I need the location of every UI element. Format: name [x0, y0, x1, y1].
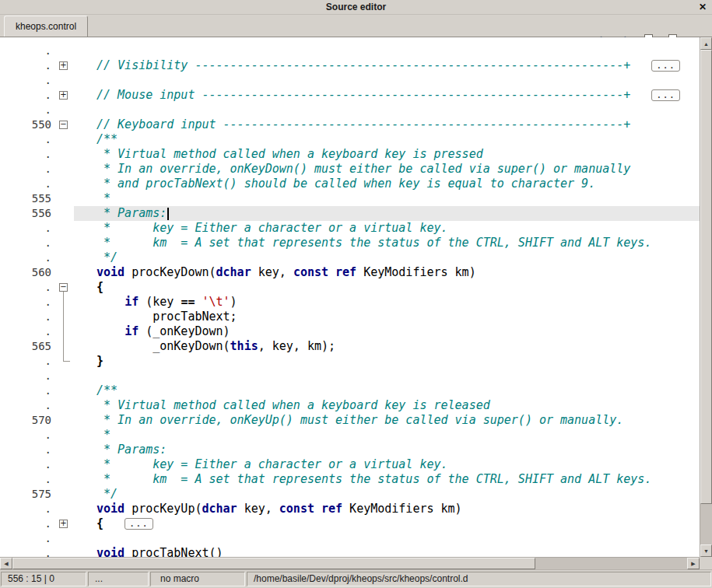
- scroll-up-button[interactable]: ▲: [700, 37, 712, 50]
- close-icon[interactable]: ✕: [699, 0, 707, 15]
- fold-column: [54, 295, 74, 310]
- code-line[interactable]: . procTabNext;: [0, 310, 700, 324]
- code-line[interactable]: .void procTabNext(): [0, 546, 700, 557]
- fold-column: [54, 310, 74, 324]
- fold-column: [54, 324, 74, 339]
- code-line[interactable]: .void procKeyUp(dchar key, const ref Key…: [0, 502, 700, 516]
- code-line[interactable]: ./**: [0, 132, 700, 147]
- line-number: .: [0, 310, 54, 324]
- code-line[interactable]: .+// Mouse input -----------------------…: [0, 88, 700, 103]
- code-line[interactable]: . * Virtual method called when a keyboar…: [0, 398, 700, 413]
- code-line[interactable]: . if (key == '\t'): [0, 295, 700, 310]
- line-number: .: [0, 428, 54, 443]
- line-number: .: [0, 354, 54, 369]
- code-line[interactable]: .: [0, 369, 700, 383]
- line-number: 575: [0, 487, 54, 502]
- line-number: 556: [0, 206, 54, 221]
- code-line[interactable]: 575 */: [0, 487, 700, 502]
- code-text: {...: [74, 516, 700, 531]
- code-line[interactable]: . if (_onKeyDown): [0, 324, 700, 339]
- code-text: [74, 73, 700, 88]
- code-text: void procTabNext(): [74, 546, 700, 557]
- line-number: .: [0, 546, 54, 557]
- code-text: * and procTabNext() should be called whe…: [74, 177, 700, 191]
- horizontal-scrollbar-thumb[interactable]: [12, 558, 535, 569]
- code-editor[interactable]: ..+// Visibility -----------------------…: [0, 37, 700, 557]
- line-number: .: [0, 531, 54, 546]
- fold-column: −: [54, 280, 74, 295]
- code-line[interactable]: 560void procKeyDown(dchar key, const ref…: [0, 265, 700, 280]
- horizontal-scrollbar[interactable]: ◀ ▶: [0, 557, 700, 569]
- code-line[interactable]: . * key = Either a character or a virtua…: [0, 457, 700, 472]
- scroll-left-button[interactable]: ◀: [0, 558, 12, 569]
- code-line[interactable]: . * Params:: [0, 443, 700, 457]
- fold-collapse-icon[interactable]: −: [59, 283, 68, 292]
- code-line[interactable]: . * key = Either a character or a virtua…: [0, 221, 700, 236]
- code-line[interactable]: .: [0, 531, 700, 546]
- code-line[interactable]: .: [0, 73, 700, 88]
- fold-expand-icon[interactable]: +: [59, 61, 68, 70]
- macro-status: no macro: [150, 572, 245, 586]
- vertical-scrollbar[interactable]: ▲ ▼: [700, 37, 712, 557]
- code-line[interactable]: .+{...: [0, 516, 700, 531]
- fold-expand-icon[interactable]: +: [59, 91, 68, 100]
- collapsed-fold-ellipsis[interactable]: ...: [125, 518, 153, 530]
- line-number: .: [0, 457, 54, 472]
- code-text: if (_onKeyDown): [74, 324, 700, 339]
- scrollbar-corner: [700, 557, 712, 569]
- line-number: .: [0, 88, 54, 103]
- code-line[interactable]: .−{: [0, 280, 700, 295]
- fold-collapse-icon[interactable]: −: [59, 121, 68, 129]
- collapsed-fold-ellipsis[interactable]: ...: [651, 89, 680, 101]
- line-number: .: [0, 369, 54, 383]
- fold-column: [54, 191, 74, 206]
- code-line[interactable]: 556 * Params:: [0, 206, 700, 221]
- line-number: .: [0, 324, 54, 339]
- fold-column: [54, 443, 74, 457]
- code-line[interactable]: . * km = A set that represents the statu…: [0, 472, 700, 487]
- code-line[interactable]: ./**: [0, 383, 700, 398]
- code-text: */: [74, 250, 700, 265]
- code-text: [74, 531, 700, 546]
- code-text: *: [74, 191, 700, 206]
- code-line[interactable]: .}: [0, 354, 700, 369]
- code-line[interactable]: . * km = A set that represents the statu…: [0, 236, 700, 250]
- code-line[interactable]: 555 *: [0, 191, 700, 206]
- code-line[interactable]: 550−// Keyboard input ------------------…: [0, 117, 700, 132]
- code-line[interactable]: . * Virtual method called when a keyboar…: [0, 147, 700, 162]
- code-line[interactable]: .+// Visibility ------------------------…: [0, 58, 700, 73]
- code-line[interactable]: .: [0, 103, 700, 117]
- scroll-right-button[interactable]: ▶: [687, 558, 700, 569]
- code-line[interactable]: 565 _onKeyDown(this, key, km);: [0, 339, 700, 354]
- down-arrow-icon: ▼: [703, 548, 709, 554]
- code-text: *: [74, 428, 700, 443]
- code-text: * km = A set that represents the status …: [74, 472, 700, 487]
- code-text: }: [74, 354, 700, 369]
- code-line[interactable]: .: [0, 44, 700, 58]
- code-line[interactable]: . * In an override, onKeyDown() must eit…: [0, 162, 700, 177]
- code-line[interactable]: 570 * In an override, onKeyUp() must eit…: [0, 413, 700, 428]
- code-text: * key = Either a character or a virtual …: [74, 221, 700, 236]
- code-text: // Visibility --------------------------…: [74, 58, 700, 73]
- fold-column: [54, 354, 74, 369]
- source-editor-window: Source editor ✕ kheops.control ..+// V: [0, 0, 712, 588]
- line-number: .: [0, 250, 54, 265]
- line-number: .: [0, 103, 54, 117]
- window-titlebar[interactable]: Source editor ✕: [0, 0, 712, 15]
- fold-expand-icon[interactable]: +: [59, 520, 68, 528]
- code-text: * Virtual method called when a keyboard …: [74, 398, 700, 413]
- code-text: * In an override, onKeyUp() must either …: [74, 413, 700, 428]
- code-line[interactable]: . * and procTabNext() should be called w…: [0, 177, 700, 191]
- code-line[interactable]: . */: [0, 250, 700, 265]
- line-number: 570: [0, 413, 54, 428]
- tab-kheops-control[interactable]: kheops.control: [4, 16, 88, 37]
- scroll-down-button[interactable]: ▼: [700, 544, 712, 557]
- code-line[interactable]: . *: [0, 428, 700, 443]
- vertical-scrollbar-thumb[interactable]: [700, 50, 712, 504]
- code-text: [74, 103, 700, 117]
- code-text: {: [74, 280, 700, 295]
- collapsed-fold-ellipsis[interactable]: ...: [651, 60, 680, 72]
- code-lines: ..+// Visibility -----------------------…: [0, 37, 700, 557]
- fold-column: [54, 428, 74, 443]
- line-number: .: [0, 398, 54, 413]
